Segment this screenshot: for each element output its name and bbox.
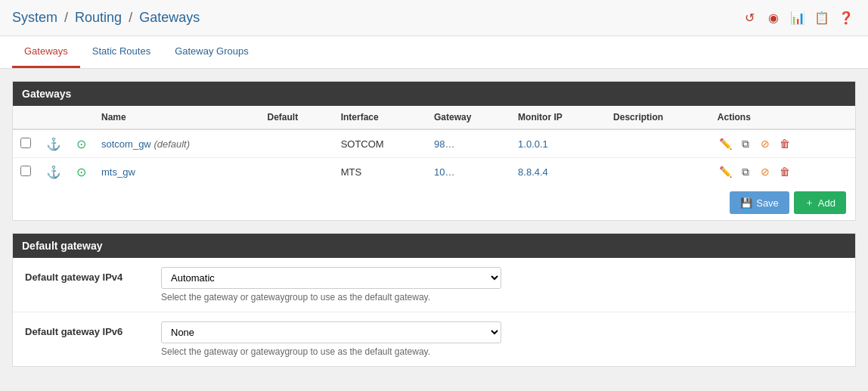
gateways-table: Name Default Interface Gateway Monitor I… (13, 106, 855, 185)
row2-status-icon: ⊙ (76, 166, 86, 178)
tab-gateways[interactable]: Gateways (12, 36, 80, 68)
default-gateway-ipv6-row: Default gateway IPv6 None Automatic Sele… (13, 312, 855, 366)
ipv6-control: None Automatic Select the gateway or gat… (161, 321, 843, 357)
bar-chart-icon[interactable]: 📊 (788, 8, 808, 28)
header-icons: ↺ ◉ 📊 📋 ❓ (739, 8, 856, 28)
row1-name-cell: sotcom_gw (default) (94, 129, 260, 158)
row1-actions-cell: ✏️ ⧉ ⊘ 🗑 (710, 129, 855, 158)
save-label: Save (756, 197, 779, 209)
row1-name-link[interactable]: sotcom_gw (101, 138, 151, 150)
ipv4-select[interactable]: Automatic sotcom_gw mts_gw (161, 267, 501, 289)
col-interface: Interface (333, 106, 426, 129)
table-header-row: Name Default Interface Gateway Monitor I… (13, 106, 855, 129)
row1-interface-cell: SOTCOM (333, 129, 426, 158)
tab-static-routes[interactable]: Static Routes (80, 36, 163, 68)
row1-status-cell: ⊙ (69, 129, 94, 158)
row1-default-badge: (default) (153, 138, 190, 150)
row2-copy-icon[interactable]: ⧉ (737, 163, 754, 180)
add-icon: ＋ (804, 196, 814, 209)
header: System / Routing / Gateways ↺ ◉ 📊 📋 ❓ (0, 0, 868, 36)
col-name: Name (94, 106, 260, 129)
row2-disable-icon[interactable]: ⊘ (757, 163, 773, 180)
row1-anchor-cell: ⚓ (39, 129, 69, 158)
row2-monitor-cell: 8.8.4.4 (510, 158, 606, 186)
row2-anchor-icon: ⚓ (46, 166, 61, 178)
default-gateway-ipv4-row: Default gateway IPv4 Automatic sotcom_gw… (13, 258, 855, 312)
col-status (69, 106, 94, 129)
row2-anchor-cell: ⚓ (39, 158, 69, 186)
row1-anchor-icon: ⚓ (46, 138, 61, 151)
row1-copy-icon[interactable]: ⧉ (737, 135, 754, 152)
row1-monitor-cell: 1.0.0.1 (510, 129, 606, 158)
default-gateway-header: Default gateway (13, 234, 855, 258)
row2-checkbox-cell (13, 158, 39, 186)
row2-action-icons: ✏️ ⧉ ⊘ 🗑 (718, 163, 848, 180)
save-button[interactable]: 💾 Save (730, 191, 789, 214)
table-action-buttons: 💾 Save ＋ Add (13, 185, 855, 220)
breadcrumb: System / Routing / Gateways (12, 10, 200, 26)
breadcrumb-gateways: Gateways (139, 10, 200, 25)
col-description: Description (606, 106, 710, 129)
row2-actions-cell: ✏️ ⧉ ⊘ 🗑 (710, 158, 855, 186)
row1-action-icons: ✏️ ⧉ ⊘ 🗑 (718, 135, 848, 152)
help-icon[interactable]: ❓ (836, 8, 856, 28)
col-monitor-ip: Monitor IP (510, 106, 606, 129)
ipv4-control: Automatic sotcom_gw mts_gw Select the ga… (161, 267, 843, 303)
row2-edit-icon[interactable]: ✏️ (718, 163, 734, 180)
row1-checkbox[interactable] (20, 138, 31, 148)
col-gateway: Gateway (426, 106, 510, 129)
row2-name-link[interactable]: mts_gw (101, 166, 135, 178)
row1-gateway-cell: 98… (426, 129, 510, 158)
col-default: Default (260, 106, 333, 129)
add-button[interactable]: ＋ Add (794, 191, 846, 214)
col-actions: Actions (710, 106, 855, 129)
ipv6-hint: Select the gateway or gatewaygroup to us… (161, 346, 843, 357)
ipv6-label: Default gateway IPv6 (25, 321, 146, 337)
main-content: Gateways Name Default Interface Gateway … (0, 69, 868, 379)
row1-checkbox-cell (13, 129, 39, 158)
row2-gateway-cell: 10… (426, 158, 510, 186)
row1-description-cell (606, 129, 710, 158)
ipv4-label: Default gateway IPv4 (25, 267, 146, 283)
gateways-section: Gateways Name Default Interface Gateway … (12, 81, 856, 221)
row1-delete-icon[interactable]: 🗑 (777, 135, 793, 152)
tab-gateway-groups[interactable]: Gateway Groups (163, 36, 261, 68)
row1-edit-icon[interactable]: ✏️ (718, 135, 734, 152)
circle-icon[interactable]: ◉ (764, 8, 783, 28)
ipv4-hint: Select the gateway or gatewaygroup to us… (161, 292, 843, 303)
reload-icon[interactable]: ↺ (739, 8, 759, 28)
tabs-nav: Gateways Static Routes Gateway Groups (0, 36, 868, 69)
col-anchor (39, 106, 69, 129)
row2-description-cell (606, 158, 710, 186)
add-label: Add (818, 197, 835, 209)
save-icon: 💾 (740, 197, 752, 209)
row1-disable-icon[interactable]: ⊘ (757, 135, 773, 152)
breadcrumb-routing[interactable]: Routing (75, 10, 122, 25)
row2-default-cell (260, 158, 333, 186)
row2-checkbox[interactable] (20, 166, 31, 176)
breadcrumb-system[interactable]: System (12, 10, 57, 25)
col-checkbox (13, 106, 39, 129)
list-icon[interactable]: 📋 (812, 8, 832, 28)
row2-status-cell: ⊙ (69, 158, 94, 186)
row1-status-icon: ⊙ (76, 138, 86, 151)
row2-name-cell: mts_gw (94, 158, 260, 186)
ipv6-select[interactable]: None Automatic (161, 321, 501, 343)
row2-delete-icon[interactable]: 🗑 (777, 163, 793, 180)
row2-interface-cell: MTS (333, 158, 426, 186)
gateways-section-header: Gateways (13, 82, 855, 106)
table-row: ⚓ ⊙ sotcom_gw (default) SOTCOM 98… 1.0.0… (13, 129, 855, 158)
default-gateway-section: Default gateway Default gateway IPv4 Aut… (12, 233, 856, 367)
row1-default-cell (260, 129, 333, 158)
table-row: ⚓ ⊙ mts_gw MTS 10… 8.8.4.4 ✏️ (13, 158, 855, 186)
